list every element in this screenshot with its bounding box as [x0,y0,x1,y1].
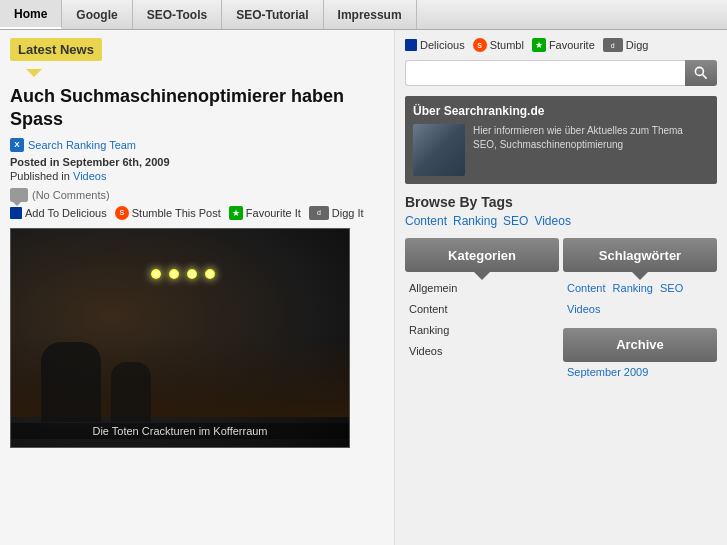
comments-icon [10,188,28,202]
latest-news-arrow [26,69,42,77]
tag-videos[interactable]: Videos [534,214,570,228]
schlagworter-list-col: Content Ranking SEO Videos Archive Septe… [563,278,717,378]
video-caption: Die Toten Crackturen im Kofferraum [11,423,349,439]
comments-row: (No Comments) [10,188,384,202]
schlag-ranking[interactable]: Ranking [613,282,653,294]
digg-btn[interactable]: d Digg It [309,206,364,220]
tags-row: Content Ranking SEO Videos [405,214,717,228]
about-thumb-img [413,124,465,176]
nav-impressum[interactable]: Impressum [324,0,417,29]
about-box: Über Searchranking.de Hier informieren w… [405,96,717,184]
post-published: Published in Videos [10,170,384,182]
schlag-seo[interactable]: SEO [660,282,683,294]
archive-sept-2009[interactable]: September 2009 [567,366,648,378]
nav-google[interactable]: Google [62,0,132,29]
kategorien-list-col: Allgemein Content Ranking Videos [405,278,559,378]
search-button[interactable] [685,60,717,86]
vlight-1 [151,269,161,279]
delicious-icon [10,207,22,219]
about-thumbnail [413,124,465,176]
author-row: X Search Ranking Team [10,138,384,152]
svg-line-1 [703,75,707,79]
article-title: Auch Suchmaschinenoptimierer haben Spass [10,85,384,132]
search-input[interactable] [405,60,685,86]
main-wrapper: Latest News Auch Suchmaschinenoptimierer… [0,30,727,545]
archive-list: September 2009 [563,366,717,378]
cat-content: Content [409,299,559,320]
sidebar-fav-icon: ★ [532,38,546,52]
video-thumbnail[interactable]: Die Toten Crackturen im Kofferraum [10,228,350,448]
author-icon: X [10,138,24,152]
search-icon [693,65,709,81]
sidebar-stumble-btn[interactable]: S Stumbl [473,38,524,52]
vlight-3 [187,269,197,279]
silhouette-2 [111,362,151,422]
cat-allgemein: Allgemein [409,278,559,299]
stumble-icon: S [115,206,129,220]
schlagworter-list: Content Ranking SEO Videos [563,278,717,320]
category-buttons: Kategorien Schlagwörter [405,238,717,272]
right-sidebar: Delicious S Stumbl ★ Favourite d Digg [395,30,727,545]
video-lights [151,269,215,279]
latest-news-badge: Latest News [10,38,384,77]
sidebar-delicious-icon [405,39,417,51]
category-link[interactable]: Videos [73,170,106,182]
sidebar-digg-btn[interactable]: d Digg [603,38,649,52]
schlag-videos[interactable]: Videos [567,303,600,315]
tag-seo[interactable]: SEO [503,214,528,228]
svg-point-0 [695,67,703,75]
stumble-btn[interactable]: S Stumble This Post [115,206,221,220]
nav-seo-tools[interactable]: SEO-Tools [133,0,222,29]
cat-videos: Videos [409,341,559,362]
social-share-row: Add To Delicious S Stumble This Post ★ F… [10,206,384,220]
comments-text: (No Comments) [32,189,110,201]
about-text: Hier informieren wie über Aktuelles zum … [473,124,709,176]
favourite-icon: ★ [229,206,243,220]
vlight-2 [169,269,179,279]
kategorien-list: Allgemein Content Ranking Videos [405,278,559,362]
search-form [405,60,717,86]
navigation: Home Google SEO-Tools SEO-Tutorial Impre… [0,0,727,30]
cat-ranking: Ranking [409,320,559,341]
nav-home[interactable]: Home [0,0,62,29]
left-column: Latest News Auch Suchmaschinenoptimierer… [0,30,395,545]
vlight-4 [205,269,215,279]
about-title: Über Searchranking.de [413,104,709,118]
schlagworter-button[interactable]: Schlagwörter [563,238,717,272]
video-inner: Die Toten Crackturen im Kofferraum [11,229,349,447]
nav-seo-tutorial[interactable]: SEO-Tutorial [222,0,323,29]
author-link[interactable]: Search Ranking Team [28,139,136,151]
two-col-sidebar: Allgemein Content Ranking Videos Content… [405,278,717,378]
sidebar-stumble-icon: S [473,38,487,52]
digg-icon: d [309,206,329,220]
silhouette-1 [41,342,101,422]
latest-news-label: Latest News [10,38,102,61]
browse-tags-title: Browse By Tags [405,194,717,210]
add-to-delicious-btn[interactable]: Add To Delicious [10,207,107,219]
sidebar-social-top: Delicious S Stumbl ★ Favourite d Digg [405,38,717,52]
tag-content[interactable]: Content [405,214,447,228]
sidebar-delicious-btn[interactable]: Delicious [405,39,465,51]
sidebar-favourite-btn[interactable]: ★ Favourite [532,38,595,52]
kategorien-button[interactable]: Kategorien [405,238,559,272]
sidebar-digg-icon: d [603,38,623,52]
schlag-content[interactable]: Content [567,282,606,294]
favourite-btn[interactable]: ★ Favourite It [229,206,301,220]
tag-ranking[interactable]: Ranking [453,214,497,228]
archive-button[interactable]: Archive [563,328,717,362]
post-date: Posted in September 6th, 2009 [10,156,384,168]
about-inner: Hier informieren wie über Aktuelles zum … [413,124,709,176]
